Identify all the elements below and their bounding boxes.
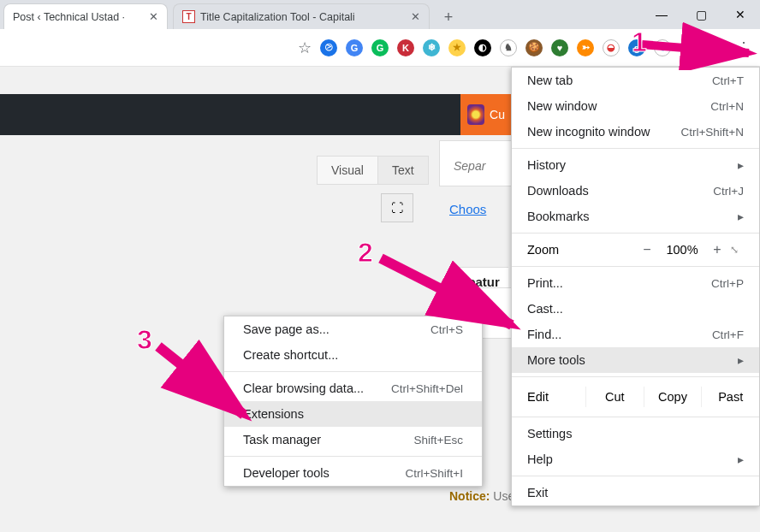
bookmark-star-icon[interactable]: ☆: [298, 38, 312, 57]
menu-label: Developer tools: [243, 466, 330, 480]
extension-icon[interactable]: K: [394, 36, 418, 60]
browser-toolbar: ☆ ⧁GGK❄★◐♞🍪♥➳◒g✚✪☺ ⋮: [0, 29, 760, 67]
menu-label: Clear browsing data...: [243, 381, 364, 395]
menu-settings[interactable]: Settings: [512, 421, 759, 446]
extension-icon[interactable]: ➳: [573, 36, 597, 60]
menu-downloads[interactable]: DownloadsCtrl+J: [512, 178, 759, 204]
window-controls: — ▢ ✕: [642, 0, 760, 29]
menu-zoom: Zoom − 100% + ⤡: [512, 237, 759, 263]
menu-shortcut: Ctrl+J: [713, 185, 744, 198]
extension-icon[interactable]: ❄: [419, 36, 443, 60]
orange-label: Cu: [490, 108, 505, 121]
menu-separator: [512, 266, 759, 267]
submenu-clear-browsing-data[interactable]: Clear browsing data...Ctrl+Shift+Del: [224, 375, 482, 401]
zoom-out-button[interactable]: −: [634, 242, 660, 257]
extension-icon[interactable]: ☺: [702, 36, 726, 60]
window-minimize[interactable]: —: [642, 0, 681, 29]
extension-icon[interactable]: ◐: [471, 36, 495, 60]
tab-visual[interactable]: Visual: [318, 157, 378, 184]
extension-icon[interactable]: ♞: [496, 36, 520, 60]
tab-close-icon[interactable]: ✕: [411, 10, 420, 23]
menu-shortcut: Ctrl+T: [712, 74, 744, 87]
separator-label: Separ: [454, 159, 485, 173]
extension-icon[interactable]: ★: [445, 36, 469, 60]
extension-icon[interactable]: G: [342, 36, 366, 60]
menu-separator: [224, 371, 482, 372]
gem-icon: [467, 104, 484, 125]
extension-icon[interactable]: ✪: [676, 36, 700, 60]
choose-link[interactable]: Choos: [449, 202, 486, 216]
menu-label: Save page as...: [243, 322, 330, 336]
menu-label: Print...: [527, 276, 563, 290]
menu-more-tools[interactable]: More tools▸: [512, 347, 759, 373]
tab-active[interactable]: Post ‹ Technical Ustad · ✕: [3, 3, 168, 29]
more-tools-submenu: Save page as...Ctrl+S Create shortcut...…: [223, 316, 483, 487]
menu-label: Cast...: [527, 302, 563, 316]
submenu-arrow-icon: ▸: [738, 452, 744, 466]
orange-panel[interactable]: Cu: [460, 94, 512, 135]
menu-label: Settings: [527, 427, 572, 440]
menu-print[interactable]: Print...Ctrl+P: [512, 270, 759, 296]
edit-paste[interactable]: Past: [701, 387, 759, 407]
menu-shortcut: Ctrl+Shift+Del: [391, 382, 463, 395]
menu-find[interactable]: Find...Ctrl+F: [512, 322, 759, 347]
menu-label: Downloads: [527, 184, 589, 198]
menu-label: Create shortcut...: [243, 348, 338, 362]
menu-label: New incognito window: [527, 125, 650, 139]
menu-bookmarks[interactable]: Bookmarks▸: [512, 204, 759, 229]
window-close[interactable]: ✕: [721, 0, 760, 29]
submenu-create-shortcut[interactable]: Create shortcut...: [224, 342, 482, 368]
fullscreen-button[interactable]: ⛶: [381, 193, 413, 222]
extension-icon[interactable]: ⧁: [317, 36, 341, 60]
submenu-task-manager[interactable]: Task managerShift+Esc: [224, 427, 482, 452]
menu-new-window[interactable]: New windowCtrl+N: [512, 93, 759, 119]
edit-cut[interactable]: Cut: [585, 387, 644, 407]
submenu-arrow-icon: ▸: [738, 353, 744, 367]
browser-titlebar: Post ‹ Technical Ustad · ✕ T Title Capit…: [0, 0, 760, 29]
tab-favicon: T: [182, 10, 195, 23]
submenu-extensions[interactable]: Extensions: [224, 401, 482, 427]
extension-icon[interactable]: g: [625, 36, 649, 60]
menu-label: Bookmarks: [527, 210, 590, 223]
menu-separator: [512, 233, 759, 233]
menu-shortcut: Ctrl+Shift+N: [680, 126, 744, 139]
extension-icon[interactable]: ✚: [650, 36, 674, 60]
menu-help[interactable]: Help▸: [512, 446, 759, 472]
menu-label: History: [527, 158, 566, 172]
menu-label: Help: [527, 452, 553, 466]
menu-label: More tools: [527, 353, 585, 367]
submenu-save-page[interactable]: Save page as...Ctrl+S: [224, 316, 482, 342]
new-tab-button[interactable]: +: [436, 5, 460, 29]
tab-title: Title Capitalization Tool - Capitali: [200, 11, 406, 23]
tab-inactive[interactable]: T Title Capitalization Tool - Capitali ✕: [173, 3, 430, 29]
menu-separator: [512, 476, 759, 476]
window-maximize[interactable]: ▢: [681, 0, 721, 29]
extension-icons-row: ⧁GGK❄★◐♞🍪♥➳◒g✚✪☺: [317, 36, 726, 60]
extension-icon[interactable]: ◒: [599, 36, 623, 60]
menu-cast[interactable]: Cast...: [512, 296, 759, 322]
submenu-developer-tools[interactable]: Developer toolsCtrl+Shift+I: [224, 460, 482, 486]
menu-new-incognito[interactable]: New incognito windowCtrl+Shift+N: [512, 119, 759, 145]
zoom-in-button[interactable]: +: [704, 242, 730, 257]
menu-shortcut: Ctrl+Shift+I: [405, 467, 463, 480]
tab-text[interactable]: Text: [378, 157, 428, 184]
menu-label: Find...: [527, 328, 561, 341]
notice-prefix: Notice:: [449, 489, 490, 503]
submenu-arrow-icon: ▸: [738, 210, 744, 223]
zoom-label: Zoom: [527, 243, 634, 257]
extension-icon[interactable]: G: [368, 36, 392, 60]
menu-new-tab[interactable]: New tabCtrl+T: [512, 68, 759, 93]
edit-copy[interactable]: Copy: [644, 387, 702, 407]
menu-history[interactable]: History▸: [512, 152, 759, 178]
extension-icon[interactable]: 🍪: [522, 36, 546, 60]
extension-icon[interactable]: ♥: [548, 36, 572, 60]
menu-label: Task manager: [243, 433, 321, 446]
zoom-fullscreen-icon[interactable]: ⤡: [730, 244, 749, 256]
menu-shortcut: Ctrl+F: [712, 328, 744, 341]
menu-exit[interactable]: Exit: [512, 480, 759, 505]
menu-shortcut: Shift+Esc: [414, 434, 463, 446]
menu-label: New tab: [527, 74, 573, 87]
menu-label: Extensions: [243, 407, 304, 421]
chrome-menu-button[interactable]: ⋮: [731, 35, 757, 61]
tab-close-icon[interactable]: ✕: [149, 10, 158, 23]
